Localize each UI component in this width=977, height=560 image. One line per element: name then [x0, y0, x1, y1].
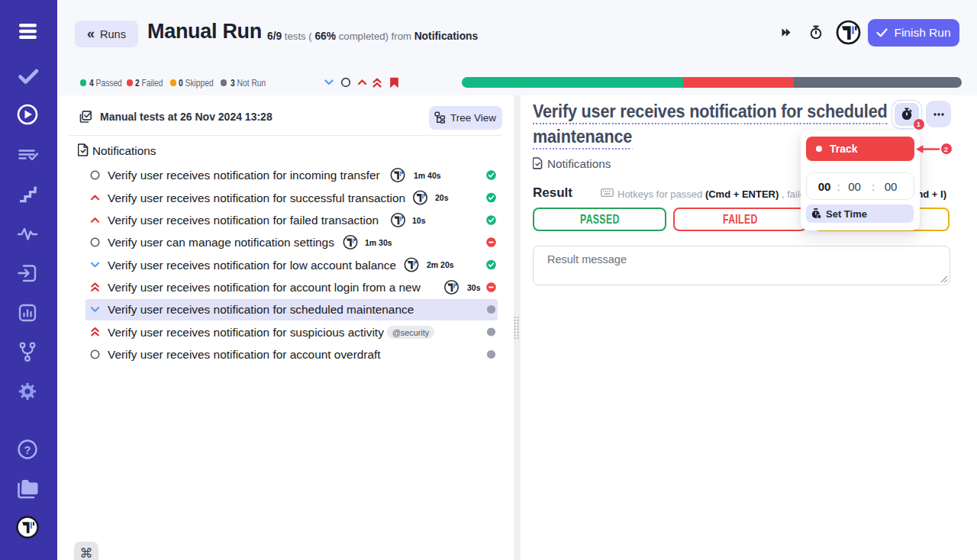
- svg-text:?: ?: [24, 444, 31, 456]
